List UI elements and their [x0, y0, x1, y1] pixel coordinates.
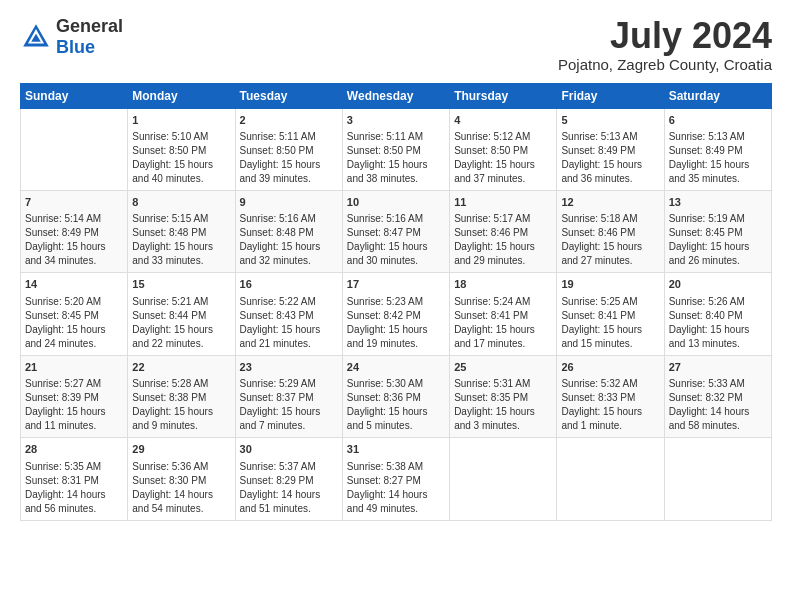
cell-info: and 26 minutes. [669, 254, 767, 268]
cell-info: Sunrise: 5:22 AM [240, 295, 338, 309]
cell-info: Daylight: 15 hours [669, 323, 767, 337]
cell-info: and 35 minutes. [669, 172, 767, 186]
cell-info: and 54 minutes. [132, 502, 230, 516]
col-tuesday: Tuesday [235, 83, 342, 108]
day-number: 12 [561, 195, 659, 210]
day-number: 24 [347, 360, 445, 375]
cell-info: Sunset: 8:46 PM [561, 226, 659, 240]
cell-info: Daylight: 15 hours [669, 240, 767, 254]
calendar-week-4: 28Sunrise: 5:35 AMSunset: 8:31 PMDayligh… [21, 438, 772, 520]
cell-info: Sunset: 8:45 PM [669, 226, 767, 240]
cell-info: Daylight: 15 hours [454, 405, 552, 419]
day-number: 7 [25, 195, 123, 210]
cell-info: Daylight: 15 hours [240, 405, 338, 419]
col-wednesday: Wednesday [342, 83, 449, 108]
calendar-cell: 11Sunrise: 5:17 AMSunset: 8:46 PMDayligh… [450, 190, 557, 272]
cell-info: Daylight: 15 hours [347, 405, 445, 419]
cell-info: and 7 minutes. [240, 419, 338, 433]
cell-info: Sunset: 8:44 PM [132, 309, 230, 323]
cell-info: Sunrise: 5:32 AM [561, 377, 659, 391]
cell-info: Sunset: 8:36 PM [347, 391, 445, 405]
day-number: 9 [240, 195, 338, 210]
cell-info: and 39 minutes. [240, 172, 338, 186]
day-number: 16 [240, 277, 338, 292]
calendar-week-2: 14Sunrise: 5:20 AMSunset: 8:45 PMDayligh… [21, 273, 772, 355]
calendar-cell: 2Sunrise: 5:11 AMSunset: 8:50 PMDaylight… [235, 108, 342, 190]
cell-info: Daylight: 15 hours [561, 405, 659, 419]
calendar-cell: 27Sunrise: 5:33 AMSunset: 8:32 PMDayligh… [664, 355, 771, 437]
cell-info: Daylight: 15 hours [454, 240, 552, 254]
cell-info: and 51 minutes. [240, 502, 338, 516]
cell-info: Sunset: 8:31 PM [25, 474, 123, 488]
calendar-cell: 19Sunrise: 5:25 AMSunset: 8:41 PMDayligh… [557, 273, 664, 355]
day-number: 3 [347, 113, 445, 128]
cell-info: Daylight: 15 hours [240, 240, 338, 254]
calendar-cell: 5Sunrise: 5:13 AMSunset: 8:49 PMDaylight… [557, 108, 664, 190]
logo-icon [20, 21, 52, 53]
cell-info: Sunrise: 5:10 AM [132, 130, 230, 144]
cell-info: Daylight: 15 hours [347, 158, 445, 172]
calendar-cell: 18Sunrise: 5:24 AMSunset: 8:41 PMDayligh… [450, 273, 557, 355]
calendar-week-0: 1Sunrise: 5:10 AMSunset: 8:50 PMDaylight… [21, 108, 772, 190]
day-number: 29 [132, 442, 230, 457]
day-number: 14 [25, 277, 123, 292]
cell-info: Sunset: 8:48 PM [132, 226, 230, 240]
day-number: 10 [347, 195, 445, 210]
calendar-cell [664, 438, 771, 520]
day-number: 6 [669, 113, 767, 128]
cell-info: Sunset: 8:32 PM [669, 391, 767, 405]
cell-info: Daylight: 15 hours [240, 158, 338, 172]
calendar-cell: 29Sunrise: 5:36 AMSunset: 8:30 PMDayligh… [128, 438, 235, 520]
cell-info: Sunset: 8:48 PM [240, 226, 338, 240]
col-saturday: Saturday [664, 83, 771, 108]
calendar-week-1: 7Sunrise: 5:14 AMSunset: 8:49 PMDaylight… [21, 190, 772, 272]
calendar-cell: 10Sunrise: 5:16 AMSunset: 8:47 PMDayligh… [342, 190, 449, 272]
cell-info: and 49 minutes. [347, 502, 445, 516]
cell-info: and 11 minutes. [25, 419, 123, 433]
day-number: 13 [669, 195, 767, 210]
cell-info: Daylight: 15 hours [347, 240, 445, 254]
cell-info: and 29 minutes. [454, 254, 552, 268]
day-number: 18 [454, 277, 552, 292]
header-row: Sunday Monday Tuesday Wednesday Thursday… [21, 83, 772, 108]
cell-info: and 27 minutes. [561, 254, 659, 268]
cell-info: Daylight: 15 hours [132, 240, 230, 254]
cell-info: Daylight: 15 hours [561, 158, 659, 172]
cell-info: and 40 minutes. [132, 172, 230, 186]
cell-info: Sunset: 8:41 PM [454, 309, 552, 323]
cell-info: Sunset: 8:49 PM [561, 144, 659, 158]
cell-info: Sunrise: 5:15 AM [132, 212, 230, 226]
cell-info: Sunset: 8:49 PM [669, 144, 767, 158]
logo-blue: Blue [56, 37, 95, 57]
cell-info: Daylight: 15 hours [132, 405, 230, 419]
cell-info: Daylight: 14 hours [132, 488, 230, 502]
cell-info: and 32 minutes. [240, 254, 338, 268]
calendar-cell: 20Sunrise: 5:26 AMSunset: 8:40 PMDayligh… [664, 273, 771, 355]
logo: General Blue [20, 16, 123, 58]
cell-info: Sunset: 8:37 PM [240, 391, 338, 405]
cell-info: and 24 minutes. [25, 337, 123, 351]
calendar-cell [21, 108, 128, 190]
cell-info: Sunrise: 5:13 AM [561, 130, 659, 144]
cell-info: Sunrise: 5:27 AM [25, 377, 123, 391]
cell-info: Sunset: 8:35 PM [454, 391, 552, 405]
calendar-cell [557, 438, 664, 520]
logo-general: General [56, 16, 123, 36]
calendar-cell: 23Sunrise: 5:29 AMSunset: 8:37 PMDayligh… [235, 355, 342, 437]
calendar-cell: 30Sunrise: 5:37 AMSunset: 8:29 PMDayligh… [235, 438, 342, 520]
calendar-cell: 21Sunrise: 5:27 AMSunset: 8:39 PMDayligh… [21, 355, 128, 437]
day-number: 4 [454, 113, 552, 128]
cell-info: and 13 minutes. [669, 337, 767, 351]
cell-info: Sunset: 8:45 PM [25, 309, 123, 323]
day-number: 5 [561, 113, 659, 128]
cell-info: and 19 minutes. [347, 337, 445, 351]
cell-info: Daylight: 15 hours [561, 323, 659, 337]
calendar-cell: 24Sunrise: 5:30 AMSunset: 8:36 PMDayligh… [342, 355, 449, 437]
cell-info: Sunset: 8:40 PM [669, 309, 767, 323]
day-number: 19 [561, 277, 659, 292]
cell-info: Sunrise: 5:19 AM [669, 212, 767, 226]
calendar-cell: 15Sunrise: 5:21 AMSunset: 8:44 PMDayligh… [128, 273, 235, 355]
calendar-cell: 14Sunrise: 5:20 AMSunset: 8:45 PMDayligh… [21, 273, 128, 355]
cell-info: Sunset: 8:46 PM [454, 226, 552, 240]
cell-info: and 21 minutes. [240, 337, 338, 351]
